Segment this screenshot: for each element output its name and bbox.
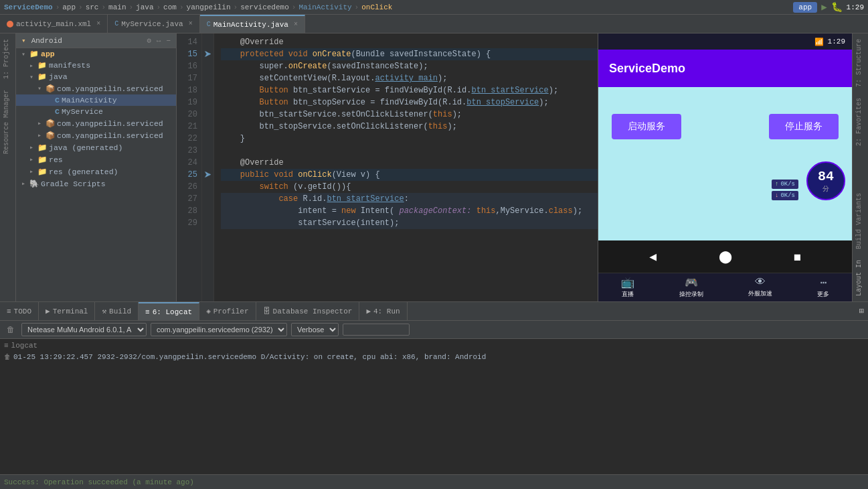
logcat-content: ≡ logcat 🗑 01-25 13:29:22.457 2932-2932/… xyxy=(0,339,868,474)
android-text: Android xyxy=(31,37,62,45)
nav-home-btn[interactable]: ⬤ xyxy=(719,249,732,264)
tree-item-app[interactable]: ▾ 📁 app xyxy=(16,48,176,60)
tab-build[interactable]: ⚒ Build xyxy=(95,302,139,320)
tree-item-pkg3[interactable]: ▸ 📦 com.yangpeilin.serviced xyxy=(16,129,176,141)
ln-19: 19 xyxy=(177,96,201,109)
project-panel-label[interactable]: 1: Project xyxy=(0,33,15,84)
code-content[interactable]: @Override protected void onCreate(Bundle… xyxy=(214,33,598,301)
main-crumb[interactable]: main xyxy=(108,3,126,11)
tree-label-myservice: MyService xyxy=(62,107,103,116)
sidebar-sync-icon[interactable]: ↔ xyxy=(157,37,161,45)
start-service-btn[interactable]: 启动服务 xyxy=(612,114,681,139)
run-icon: ▶ xyxy=(366,307,371,316)
code-line-20: btn_startService.setOnClickListener(this… xyxy=(221,109,598,121)
yangpeilin-crumb[interactable]: yangpeilin xyxy=(187,3,231,11)
action-speed[interactable]: 👁 外服加速 xyxy=(748,276,772,299)
tab-run[interactable]: ▶ 4: Run xyxy=(359,302,407,320)
gutter-14 xyxy=(202,36,213,48)
favorites-label[interactable]: 2: Favorites xyxy=(853,92,868,151)
gutter-29 xyxy=(202,217,213,229)
structure-label[interactable]: 7: Structure xyxy=(853,33,868,92)
tree-label-java-gen: java (generated) xyxy=(49,143,122,152)
app-crumb[interactable]: app xyxy=(62,3,76,11)
level-select[interactable]: Verbose Debug Info Warn Error xyxy=(291,323,339,336)
logcat-search-input[interactable] xyxy=(343,324,410,336)
ln-20: 20 xyxy=(177,109,201,121)
action-control[interactable]: 🎮 操控录制 xyxy=(679,276,703,299)
nav-back-btn[interactable]: ◀ xyxy=(649,249,657,264)
action-live[interactable]: 📺 直播 xyxy=(621,276,634,299)
tab-todo[interactable]: ≡ TODO xyxy=(0,302,39,320)
tree-item-res[interactable]: ▸ 📁 res xyxy=(16,153,176,165)
device-select[interactable]: Netease MuMu Android 6.0.1, A xyxy=(21,323,147,336)
tab-logcat[interactable]: ≡ 6: Logcat xyxy=(139,302,199,320)
action-more[interactable]: ⋯ 更多 xyxy=(817,276,829,299)
tab-terminal[interactable]: ▶ Terminal xyxy=(39,302,95,320)
build-variants-label[interactable]: Build Variants xyxy=(853,188,868,255)
src-crumb[interactable]: src xyxy=(86,3,99,11)
file-tabs-bar: activity_main.xml × C MyService.java × C… xyxy=(0,15,868,33)
servicedemo-crumb[interactable]: servicedemo xyxy=(240,3,289,11)
code-line-23 xyxy=(221,145,598,157)
java-crumb[interactable]: java xyxy=(136,3,153,11)
wifi-icon: 📶 xyxy=(814,38,824,46)
phone-app-bar: ServiceDemo xyxy=(598,50,852,87)
com-crumb[interactable]: com xyxy=(163,3,177,11)
tab-close-activity-main[interactable]: × xyxy=(96,20,100,27)
tree-item-java[interactable]: ▾ 📁 java xyxy=(16,71,176,82)
code-line-18: Button btn_startService = findViewById(R… xyxy=(221,84,598,96)
package-select[interactable]: com.yangpeilin.servicedemo (2932) xyxy=(151,323,287,336)
sidebar-minimize-icon[interactable]: − xyxy=(166,37,171,45)
trash-icon[interactable]: 🗑 xyxy=(4,323,17,336)
time-display: 1:29 xyxy=(847,3,864,11)
tree-item-gradle[interactable]: ▸ 🐘 Gradle Scripts xyxy=(16,178,176,190)
phone-time: 1:29 xyxy=(828,38,845,46)
stop-service-btn[interactable]: 停止服务 xyxy=(769,114,839,139)
tree-item-res-gen[interactable]: ▸ 📁 res (generated) xyxy=(16,165,176,178)
mainactivity-crumb[interactable]: MainActivity xyxy=(298,3,351,11)
ln-18: 18 xyxy=(177,84,201,96)
tab-close-mainactivity[interactable]: × xyxy=(294,21,298,28)
debug-icon[interactable]: 🐛 xyxy=(831,1,843,13)
project-name[interactable]: ServiceDemo xyxy=(4,3,53,11)
tab-close-myservice[interactable]: × xyxy=(189,20,193,27)
tab-profiler[interactable]: ◈ Profiler xyxy=(199,302,256,320)
run-config-btn[interactable]: app xyxy=(793,2,817,13)
tab-mainactivity[interactable]: C MainActivity.java × xyxy=(200,15,305,33)
tree-item-pkg1[interactable]: ▾ 📦 com.yangpeilin.serviced xyxy=(16,82,176,94)
logcat-text-label: logcat xyxy=(11,342,38,350)
tab-myservice[interactable]: C MyService.java × xyxy=(108,15,199,33)
tree-item-manifests[interactable]: ▸ 📁 manifests xyxy=(16,60,176,71)
ln-14: 14 xyxy=(177,36,201,48)
tab-activity-main[interactable]: activity_main.xml × xyxy=(0,15,108,33)
tree-label-pkg1: com.yangpeilin.serviced xyxy=(57,84,163,93)
net-monitor: 84 分 xyxy=(806,161,845,200)
bottom-panel: ≡ TODO ▶ Terminal ⚒ Build ≡ 6: Logcat ◈ … xyxy=(0,301,868,489)
arrow-app: ▾ xyxy=(21,50,29,58)
code-line-28: intent = new Intent( packageContext: thi… xyxy=(221,205,598,217)
onclick-crumb[interactable]: onClick xyxy=(361,3,392,11)
gutter-19 xyxy=(202,96,213,109)
delete-log-btn[interactable]: 🗑 xyxy=(4,352,11,363)
code-line-24: @Override xyxy=(221,157,598,169)
tab-dbinspector[interactable]: 🗄 Database Inspector xyxy=(256,302,360,320)
bottom-tabs-bar: ≡ TODO ▶ Terminal ⚒ Build ≡ 6: Logcat ◈ … xyxy=(0,302,868,321)
gutter-18 xyxy=(202,84,213,96)
play-icon[interactable]: ▶ xyxy=(821,1,827,13)
tree-item-mainactivity[interactable]: C MainActivity xyxy=(16,94,176,106)
nav-recent-btn[interactable]: ◼ xyxy=(794,249,801,264)
tree-item-myservice[interactable]: C MyService xyxy=(16,106,176,117)
tree-item-java-gen[interactable]: ▸ 📁 java (generated) xyxy=(16,141,176,153)
code-view[interactable]: 14 15 16 17 18 19 20 21 22 23 24 25 26 2… xyxy=(177,33,598,301)
tree-item-pkg2[interactable]: ▸ 📦 com.yangpeilin.serviced xyxy=(16,117,176,129)
ln-26: 26 xyxy=(177,181,201,193)
db-icon: 🗄 xyxy=(263,307,270,316)
folder-res-icon: 📁 xyxy=(37,155,47,164)
far-left-panel: 1: Project Resource Manager xyxy=(0,33,16,301)
logcat-layout-btn[interactable]: ⊞ xyxy=(859,306,864,316)
gutter-15: ⮞ xyxy=(202,48,213,60)
ln-15: 15 xyxy=(177,48,201,60)
resource-manager-label[interactable]: Resource Manager xyxy=(0,84,15,159)
sidebar-settings-icon[interactable]: ⚙ xyxy=(147,36,151,45)
gutter-25: ⮞ xyxy=(202,169,213,181)
